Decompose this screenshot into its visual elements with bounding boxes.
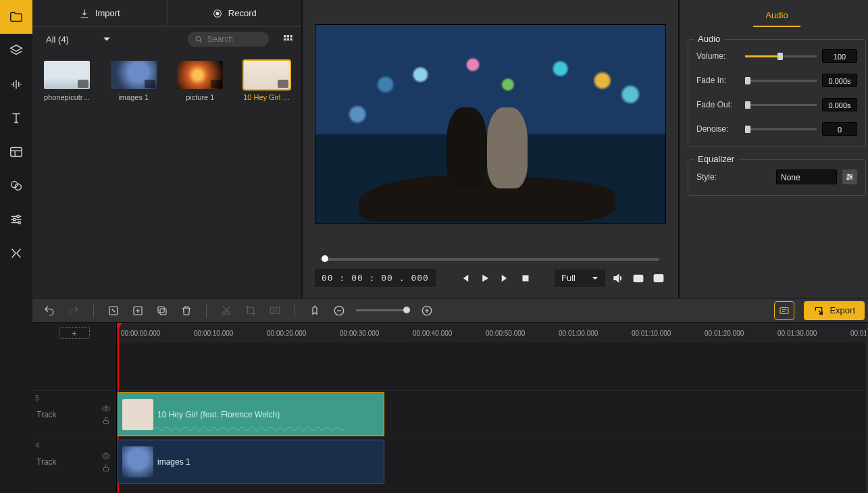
time-ruler[interactable]: 00:00:00.00000:00:10.00000:00:20.00000:0… xyxy=(117,323,868,343)
audio-tab[interactable]: Audio xyxy=(753,5,800,27)
svg-point-4 xyxy=(13,218,16,221)
media-item-label: images 1 xyxy=(107,93,161,101)
lock-icon[interactable] xyxy=(101,463,111,473)
rail-media[interactable] xyxy=(0,0,32,34)
svg-rect-36 xyxy=(104,467,109,471)
clip-thumb xyxy=(122,399,153,430)
redo-button[interactable] xyxy=(66,303,81,318)
delete-button[interactable] xyxy=(179,303,194,318)
zoom-out-button[interactable] xyxy=(332,303,347,318)
media-item-label: 10 Hey Girl … xyxy=(240,93,294,101)
fadein-value[interactable]: 0.000s xyxy=(822,74,857,87)
duplicate-button[interactable] xyxy=(155,303,170,318)
media-item[interactable]: 10 Hey Girl … xyxy=(240,61,294,101)
zoom-in-button[interactable] xyxy=(419,303,434,318)
media-item[interactable]: picture 1 xyxy=(174,61,227,101)
rail-text[interactable] xyxy=(0,101,32,135)
crop-button[interactable] xyxy=(243,303,258,318)
preview-canvas[interactable] xyxy=(315,24,666,224)
video-clip[interactable]: images 1 xyxy=(118,440,384,484)
quality-dropdown[interactable]: Full xyxy=(555,269,605,287)
preview-panel: 00 : 00 : 00 . 000 Full xyxy=(303,0,678,298)
play-button[interactable] xyxy=(478,271,492,286)
svg-rect-0 xyxy=(11,148,22,157)
media-library: Import Record All (4) phonep xyxy=(32,0,303,298)
rail-overlay[interactable] xyxy=(0,34,32,68)
export-label: Export xyxy=(829,305,855,315)
timeline-toolbar: Export xyxy=(32,298,868,323)
ruler-tick: 00:00:00.000 xyxy=(121,330,160,337)
chevron-down-icon xyxy=(592,275,598,282)
audio-clip[interactable]: 10 Hey Girl (feat. Florence Welch) xyxy=(118,392,384,436)
clip-name: 10 Hey Girl (feat. Florence Welch) xyxy=(157,410,280,419)
svg-point-21 xyxy=(847,178,848,180)
visibility-icon[interactable] xyxy=(101,404,111,413)
fullscreen-button[interactable] xyxy=(651,271,666,286)
filter-label: All (4) xyxy=(46,34,69,45)
add-track-button[interactable]: + xyxy=(59,327,90,339)
track-number: 4 xyxy=(35,441,39,449)
svg-rect-24 xyxy=(158,307,164,313)
svg-rect-14 xyxy=(290,38,292,41)
eq-style-select[interactable]: None xyxy=(776,170,837,184)
rail-audio[interactable] xyxy=(0,68,32,101)
track-headers: + 5 Track 4 Track xyxy=(32,323,117,493)
snapshot-button[interactable] xyxy=(631,271,646,286)
svg-rect-25 xyxy=(160,309,166,315)
preview-scrubber[interactable] xyxy=(322,258,659,261)
track-header[interactable]: 5 Track xyxy=(32,390,116,438)
rail-layout[interactable] xyxy=(0,135,32,169)
auto-button[interactable] xyxy=(774,301,794,320)
eq-settings-button[interactable] xyxy=(842,170,857,184)
track-header[interactable]: 4 Track xyxy=(32,438,116,485)
preview-image xyxy=(440,94,541,209)
rail-adjust[interactable] xyxy=(0,203,32,236)
audio-badge-icon xyxy=(278,80,288,88)
svg-rect-34 xyxy=(104,420,109,423)
undo-button[interactable] xyxy=(42,303,57,318)
cut-button[interactable] xyxy=(219,303,234,318)
rail-filter[interactable] xyxy=(0,169,32,203)
volume-label: Volume: xyxy=(696,51,740,61)
marker-button[interactable] xyxy=(307,303,322,318)
ruler-tick: 00:01:30.000 xyxy=(777,330,817,337)
volume-button[interactable] xyxy=(611,271,626,286)
fadein-slider[interactable] xyxy=(745,80,817,82)
prev-frame-button[interactable] xyxy=(457,271,472,286)
timeline-tracks[interactable]: 00:00:00.00000:00:10.00000:00:20.00000:0… xyxy=(117,323,868,493)
import-tab[interactable]: Import xyxy=(32,0,168,26)
clip-name: images 1 xyxy=(157,457,190,467)
denoise-slider[interactable] xyxy=(745,128,817,130)
lock-icon[interactable] xyxy=(101,416,111,425)
ruler-tick: 00:00:10.000 xyxy=(194,330,233,337)
tool-rail xyxy=(0,0,32,493)
zoom-slider[interactable] xyxy=(356,309,410,311)
media-filter-dropdown[interactable]: All (4) xyxy=(41,32,116,47)
fadeout-slider[interactable] xyxy=(745,104,817,106)
search-box[interactable] xyxy=(188,32,269,47)
volume-value[interactable]: 100 xyxy=(822,49,857,63)
clip-thumb xyxy=(122,446,153,477)
stop-button[interactable] xyxy=(518,271,533,286)
export-icon xyxy=(813,305,824,316)
record-tab[interactable]: Record xyxy=(168,0,302,26)
rail-transition[interactable] xyxy=(0,236,32,270)
visibility-icon[interactable] xyxy=(101,451,111,461)
next-frame-button[interactable] xyxy=(498,271,513,286)
grid-view-icon[interactable] xyxy=(282,34,293,45)
fadeout-label: Fade Out: xyxy=(696,100,740,109)
media-item[interactable]: images 1 xyxy=(107,61,161,101)
export-button[interactable]: Export xyxy=(804,301,865,320)
add-marker-button[interactable] xyxy=(130,303,145,318)
select-tool-button[interactable] xyxy=(106,303,121,318)
search-input[interactable] xyxy=(207,34,261,44)
svg-rect-32 xyxy=(780,307,788,313)
denoise-value[interactable]: 0 xyxy=(822,122,857,136)
media-item-label: picture 1 xyxy=(174,93,227,101)
fadeout-value[interactable]: 0.000s xyxy=(822,98,857,111)
image-badge-icon xyxy=(145,80,155,88)
volume-slider[interactable] xyxy=(745,55,817,57)
svg-rect-12 xyxy=(284,38,286,41)
split-button[interactable] xyxy=(267,303,282,318)
media-item[interactable]: phonepicutr… xyxy=(41,61,94,101)
